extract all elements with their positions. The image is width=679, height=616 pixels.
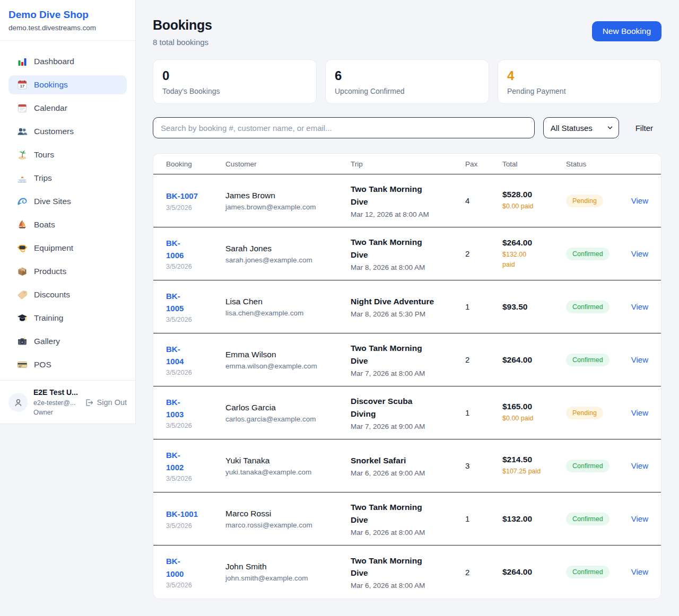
sidebar-item-bookings[interactable]: 17Bookings [8,75,127,94]
sidebar-item-label: Trips [34,173,52,183]
trip-cell: Snorkel SafariMar 6, 2026 at 9:00 AM [351,454,465,477]
status-badge: Pending [566,407,603,419]
total-amount: $264.00 [502,238,566,248]
actions-cell: View [629,408,648,418]
customer-email: james.brown@example.com [225,203,351,211]
filter-button[interactable]: Filter [636,124,653,133]
status-filter-select[interactable]: All Statuses [543,117,619,138]
table-row: BK- 10003/5/2026John Smithjohn.smith@exa… [153,545,661,599]
view-link[interactable]: View [631,408,648,417]
view-link[interactable]: View [631,514,648,523]
stat-card-pending-payment: 4Pending Payment [498,59,661,104]
customer-cell: Sarah Jonessarah.jones@example.com [225,244,351,264]
stat-card-upcoming-confirmed: 6Upcoming Confirmed [325,59,489,104]
booking-date: 3/5/2026 [166,369,225,376]
trip-name: Two Tank Morning Dive [351,501,465,526]
customer-name: Emma Wilson [225,350,351,359]
sign-out-icon [84,398,93,407]
customer-cell: Yuki Tanakayuki.tanaka@example.com [225,456,351,476]
table-row: BK- 10043/5/2026Emma Wilsonemma.wilson@e… [153,333,661,386]
filter-row: All Statuses Filter [153,117,661,138]
page-subtitle: 8 total bookings [153,38,661,47]
new-booking-button[interactable]: New Booking [592,21,661,41]
sidebar-item-equipment[interactable]: Equipment [8,239,127,258]
column-header-customer: Customer [225,160,351,168]
sidebar-item-gallery[interactable]: Gallery [8,332,127,351]
sidebar-item-dive-sites[interactable]: Dive Sites [8,192,127,211]
booking-cell: BK- 10063/5/2026 [166,237,225,271]
view-link[interactable]: View [631,355,648,364]
customer-name: Lisa Chen [225,297,351,306]
trip-name: Two Tank Morning Dive [351,342,465,367]
view-link[interactable]: View [631,461,648,470]
sign-out-button[interactable]: Sign Out [84,398,127,407]
trip-cell: Two Tank Morning DiveMar 12, 2026 at 8:0… [351,183,465,218]
sidebar-item-label: Training [34,313,63,323]
sidebar-item-tours[interactable]: Tours [8,145,127,164]
customer-email: lisa.chen@example.com [225,309,351,317]
column-header-total: Total [502,160,566,168]
customer-name: Sarah Jones [225,244,351,253]
view-link[interactable]: View [631,567,648,576]
booking-date: 3/5/2026 [166,475,225,482]
trip-name: Two Tank Morning Dive [351,555,465,579]
sailboat-icon [17,219,28,230]
brand-header: Demo Dive Shop demo.test.divestreams.com [0,0,135,41]
search-input[interactable] [153,117,535,138]
sidebar-item-discounts[interactable]: Discounts [8,285,127,304]
customer-name: Marco Rossi [225,509,351,518]
trip-datetime: Mar 6, 2026 at 8:00 AM [351,582,465,589]
booking-link[interactable]: BK- 1005 [166,290,225,315]
sidebar-item-pos[interactable]: POS [8,355,127,374]
sidebar-item-training[interactable]: Training [8,309,127,328]
booking-link[interactable]: BK-1007 [166,190,225,202]
palm-island-icon [17,149,28,160]
view-link[interactable]: View [631,302,648,311]
credit-card-icon [17,359,28,370]
trip-cell: Discover Scuba DivingMar 7, 2026 at 9:00… [351,395,465,430]
booking-link[interactable]: BK-1001 [166,508,225,520]
stat-label: Upcoming Confirmed [335,87,480,95]
graduation-cap-icon [17,313,28,323]
customer-email: john.smith@example.com [225,574,351,582]
booking-link[interactable]: BK- 1003 [166,396,225,421]
sidebar-item-dashboard[interactable]: Dashboard [8,52,127,71]
status-cell: Confirmed [566,301,629,313]
column-header-pax: Pax [465,160,502,168]
sidebar-item-customers[interactable]: Customers [8,122,127,141]
booking-link[interactable]: BK- 1004 [166,343,225,368]
person-icon [13,398,23,408]
bar-chart-icon [17,56,28,67]
customer-name: Carlos Garcia [225,403,351,412]
view-link[interactable]: View [631,249,648,258]
trip-name: Night Dive Adventure [351,295,465,307]
customer-name: James Brown [225,191,351,200]
booking-date: 3/5/2026 [166,422,225,429]
customer-cell: John Smithjohn.smith@example.com [225,562,351,582]
customer-cell: Carlos Garciacarlos.garcia@example.com [225,403,351,423]
sidebar-item-calendar[interactable]: Calendar [8,99,127,118]
booking-link[interactable]: BK- 1006 [166,237,225,262]
paid-amount: $107.25 paid [502,467,566,477]
booking-date: 3/5/2026 [166,316,225,323]
status-badge: Confirmed [566,354,610,366]
booking-link[interactable]: BK- 1002 [166,449,225,474]
booking-cell: BK- 10023/5/2026 [166,449,225,483]
sidebar-item-trips[interactable]: Trips [8,169,127,188]
shop-name: Demo Dive Shop [8,9,127,21]
paid-amount: $0.00 paid [502,201,566,212]
stat-value: 0 [162,68,307,83]
table-row: BK- 10023/5/2026Yuki Tanakayuki.tanaka@e… [153,439,661,492]
customer-email: sarah.jones@example.com [225,256,351,264]
actions-cell: View [629,355,648,365]
sidebar-item-boats[interactable]: Boats [8,215,127,234]
sidebar-item-products[interactable]: Products [8,262,127,281]
view-link[interactable]: View [631,196,648,205]
pax-count: 2 [465,355,502,364]
sidebar-item-label: Equipment [34,243,73,253]
actions-cell: View [629,196,648,206]
customer-cell: James Brownjames.brown@example.com [225,191,351,211]
total-cell: $264.00 [502,355,566,365]
sidebar-item-label: Customers [34,127,74,136]
booking-link[interactable]: BK- 1000 [166,555,225,580]
